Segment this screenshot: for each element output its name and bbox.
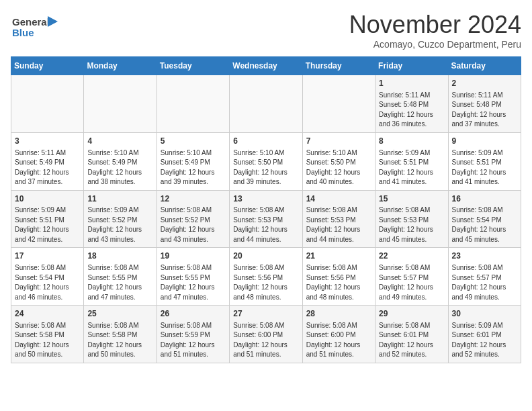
day-cell: 19Sunrise: 5:08 AMSunset: 5:55 PMDayligh… <box>157 248 229 306</box>
week-row-1: 1Sunrise: 5:11 AMSunset: 5:48 PMDaylight… <box>11 75 521 133</box>
day-cell: 26Sunrise: 5:08 AMSunset: 5:59 PMDayligh… <box>157 306 229 363</box>
day-cell: 7Sunrise: 5:10 AMSunset: 5:50 PMDaylight… <box>302 132 375 190</box>
day-number: 14 <box>306 193 371 205</box>
header-row: SundayMondayTuesdayWednesdayThursdayFrid… <box>11 57 521 75</box>
day-info: Sunrise: 5:09 AMSunset: 5:51 PMDaylight:… <box>379 148 444 187</box>
calendar-body: 1Sunrise: 5:11 AMSunset: 5:48 PMDaylight… <box>11 75 521 363</box>
month-year-title: November 2024 <box>349 11 521 39</box>
col-header-wednesday: Wednesday <box>230 57 302 75</box>
day-info: Sunrise: 5:09 AMSunset: 6:01 PMDaylight:… <box>452 321 517 360</box>
day-info: Sunrise: 5:08 AMSunset: 6:01 PMDaylight:… <box>379 321 444 360</box>
day-number: 8 <box>379 136 444 147</box>
day-cell: 5Sunrise: 5:10 AMSunset: 5:49 PMDaylight… <box>157 132 229 190</box>
day-info: Sunrise: 5:11 AMSunset: 5:48 PMDaylight:… <box>452 91 517 130</box>
day-cell: 11Sunrise: 5:09 AMSunset: 5:52 PMDayligh… <box>84 190 157 248</box>
col-header-saturday: Saturday <box>448 57 521 75</box>
day-cell: 16Sunrise: 5:08 AMSunset: 5:54 PMDayligh… <box>448 190 521 248</box>
day-number: 20 <box>233 250 298 262</box>
title-area: November 2024 Acomayo, Cuzco Department,… <box>349 11 521 50</box>
day-number: 1 <box>379 78 444 89</box>
svg-text:General: General <box>12 16 50 28</box>
day-cell: 4Sunrise: 5:10 AMSunset: 5:49 PMDaylight… <box>84 132 157 190</box>
day-info: Sunrise: 5:09 AMSunset: 5:52 PMDaylight:… <box>87 205 152 244</box>
day-number: 30 <box>452 308 517 320</box>
day-number: 6 <box>233 136 298 147</box>
week-row-3: 10Sunrise: 5:09 AMSunset: 5:51 PMDayligh… <box>11 190 521 248</box>
day-cell: 29Sunrise: 5:08 AMSunset: 6:01 PMDayligh… <box>375 306 448 363</box>
day-info: Sunrise: 5:10 AMSunset: 5:49 PMDaylight:… <box>161 148 226 187</box>
day-info: Sunrise: 5:11 AMSunset: 5:48 PMDaylight:… <box>379 91 444 130</box>
day-info: Sunrise: 5:10 AMSunset: 5:50 PMDaylight:… <box>233 148 298 187</box>
day-info: Sunrise: 5:08 AMSunset: 5:52 PMDaylight:… <box>161 205 226 244</box>
day-cell <box>230 75 302 133</box>
day-cell: 15Sunrise: 5:08 AMSunset: 5:53 PMDayligh… <box>375 190 448 248</box>
day-number: 21 <box>306 250 371 262</box>
week-row-5: 24Sunrise: 5:08 AMSunset: 5:58 PMDayligh… <box>11 306 521 363</box>
day-number: 11 <box>87 193 152 205</box>
day-number: 12 <box>161 193 226 205</box>
calendar-table: SundayMondayTuesdayWednesdayThursdayFrid… <box>11 56 521 363</box>
day-cell: 3Sunrise: 5:11 AMSunset: 5:49 PMDaylight… <box>11 132 84 190</box>
day-cell: 24Sunrise: 5:08 AMSunset: 5:58 PMDayligh… <box>11 306 84 363</box>
svg-text:Blue: Blue <box>12 27 34 38</box>
day-number: 23 <box>452 250 517 262</box>
day-info: Sunrise: 5:08 AMSunset: 6:00 PMDaylight:… <box>306 321 371 360</box>
day-cell: 22Sunrise: 5:08 AMSunset: 5:57 PMDayligh… <box>375 248 448 306</box>
day-cell: 20Sunrise: 5:08 AMSunset: 5:56 PMDayligh… <box>230 248 302 306</box>
day-info: Sunrise: 5:08 AMSunset: 5:53 PMDaylight:… <box>306 205 371 244</box>
day-number: 16 <box>452 193 517 205</box>
day-info: Sunrise: 5:08 AMSunset: 5:53 PMDaylight:… <box>233 205 298 244</box>
day-number: 15 <box>379 193 444 205</box>
day-cell <box>84 75 157 133</box>
day-number: 9 <box>452 136 517 147</box>
day-info: Sunrise: 5:08 AMSunset: 5:55 PMDaylight:… <box>161 263 226 302</box>
day-info: Sunrise: 5:08 AMSunset: 5:59 PMDaylight:… <box>161 321 226 360</box>
day-info: Sunrise: 5:08 AMSunset: 5:58 PMDaylight:… <box>15 321 80 360</box>
day-number: 28 <box>306 308 371 320</box>
day-cell: 13Sunrise: 5:08 AMSunset: 5:53 PMDayligh… <box>230 190 302 248</box>
day-cell: 18Sunrise: 5:08 AMSunset: 5:55 PMDayligh… <box>84 248 157 306</box>
day-number: 18 <box>87 250 152 262</box>
col-header-friday: Friday <box>375 57 448 75</box>
calendar-header: SundayMondayTuesdayWednesdayThursdayFrid… <box>11 57 521 75</box>
day-cell: 17Sunrise: 5:08 AMSunset: 5:54 PMDayligh… <box>11 248 84 306</box>
day-cell: 9Sunrise: 5:09 AMSunset: 5:51 PMDaylight… <box>448 132 521 190</box>
day-cell: 2Sunrise: 5:11 AMSunset: 5:48 PMDaylight… <box>448 75 521 133</box>
day-cell: 6Sunrise: 5:10 AMSunset: 5:50 PMDaylight… <box>230 132 302 190</box>
day-number: 10 <box>15 193 80 205</box>
day-number: 13 <box>233 193 298 205</box>
day-cell: 14Sunrise: 5:08 AMSunset: 5:53 PMDayligh… <box>302 190 375 248</box>
col-header-monday: Monday <box>84 57 157 75</box>
day-cell: 30Sunrise: 5:09 AMSunset: 6:01 PMDayligh… <box>448 306 521 363</box>
week-row-4: 17Sunrise: 5:08 AMSunset: 5:54 PMDayligh… <box>11 248 521 306</box>
day-info: Sunrise: 5:09 AMSunset: 5:51 PMDaylight:… <box>15 205 80 244</box>
col-header-tuesday: Tuesday <box>157 57 229 75</box>
day-number: 24 <box>15 308 80 320</box>
day-info: Sunrise: 5:10 AMSunset: 5:50 PMDaylight:… <box>306 148 371 187</box>
day-info: Sunrise: 5:08 AMSunset: 6:00 PMDaylight:… <box>233 321 298 360</box>
day-info: Sunrise: 5:08 AMSunset: 5:54 PMDaylight:… <box>15 263 80 302</box>
day-number: 25 <box>87 308 152 320</box>
day-number: 29 <box>379 308 444 320</box>
week-row-2: 3Sunrise: 5:11 AMSunset: 5:49 PMDaylight… <box>11 132 521 190</box>
day-info: Sunrise: 5:08 AMSunset: 5:54 PMDaylight:… <box>452 205 517 244</box>
col-header-thursday: Thursday <box>302 57 375 75</box>
day-info: Sunrise: 5:10 AMSunset: 5:49 PMDaylight:… <box>87 148 152 187</box>
logo: General Blue <box>11 11 58 47</box>
day-cell: 21Sunrise: 5:08 AMSunset: 5:56 PMDayligh… <box>302 248 375 306</box>
day-info: Sunrise: 5:11 AMSunset: 5:49 PMDaylight:… <box>15 148 80 187</box>
day-number: 22 <box>379 250 444 262</box>
day-number: 26 <box>161 308 226 320</box>
day-cell: 23Sunrise: 5:08 AMSunset: 5:57 PMDayligh… <box>448 248 521 306</box>
day-number: 27 <box>233 308 298 320</box>
day-cell: 25Sunrise: 5:08 AMSunset: 5:58 PMDayligh… <box>84 306 157 363</box>
location-subtitle: Acomayo, Cuzco Department, Peru <box>349 39 521 50</box>
logo-svg: General Blue <box>11 11 58 44</box>
day-cell: 12Sunrise: 5:08 AMSunset: 5:52 PMDayligh… <box>157 190 229 248</box>
day-info: Sunrise: 5:08 AMSunset: 5:56 PMDaylight:… <box>306 263 371 302</box>
day-cell <box>157 75 229 133</box>
svg-marker-2 <box>48 16 58 27</box>
day-cell: 1Sunrise: 5:11 AMSunset: 5:48 PMDaylight… <box>375 75 448 133</box>
day-number: 19 <box>161 250 226 262</box>
day-number: 2 <box>452 78 517 89</box>
